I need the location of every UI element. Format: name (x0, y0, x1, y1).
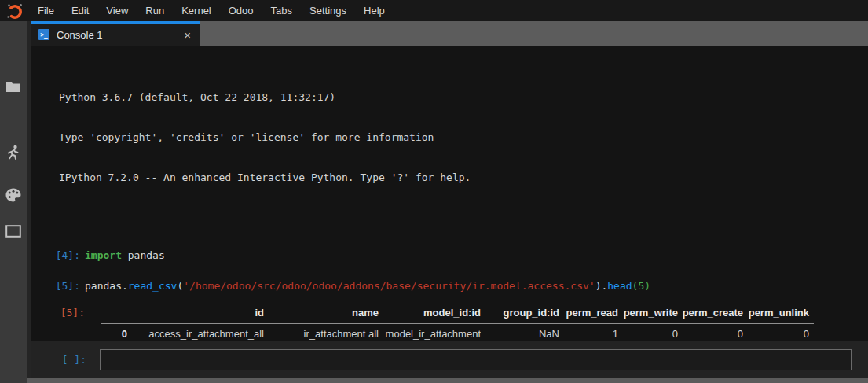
menu-bar: File Edit View Run Kernel Odoo Tabs Sett… (0, 0, 868, 21)
code-token: import (85, 249, 122, 261)
tab-close-icon[interactable]: × (174, 28, 200, 42)
empty-input-prompt: [ ]: (31, 354, 86, 366)
file-browser-icon[interactable] (0, 75, 27, 98)
menu-view[interactable]: View (97, 0, 137, 21)
code-token: pandas (122, 249, 165, 261)
jupyterlab-window: File Edit View Run Kernel Odoo Tabs Sett… (0, 0, 868, 383)
input-prompt: [5]: (31, 279, 85, 293)
output-prompt: [5]: (31, 303, 85, 323)
menu-file[interactable]: File (29, 0, 63, 21)
column-header: group_id:id (481, 303, 559, 323)
banner-line: Type 'copyright', 'credits' or 'license'… (59, 131, 868, 144)
dock-tab-bar: >_ Console 1 × (31, 21, 868, 46)
code-token: '/home/odoo/src/odoo/odoo/addons/base/se… (183, 280, 595, 292)
menu-edit[interactable]: Edit (63, 0, 97, 21)
table-row: 0access_ir_attachment_allir_attachment a… (101, 323, 814, 341)
menu-help[interactable]: Help (355, 0, 394, 21)
code-line: import pandas (85, 249, 165, 262)
code-token: head (607, 280, 632, 292)
code-cell-5: [5]: pandas.read_csv('/home/odoo/src/odo… (31, 279, 868, 293)
code-token: ). (595, 280, 608, 292)
console-input-cell: [ ]: (31, 341, 868, 378)
app-logo-icon (5, 2, 24, 20)
running-sessions-icon[interactable] (0, 141, 27, 164)
column-header: perm_unlink (743, 303, 814, 323)
table-cell: ir_attachment all (264, 323, 379, 341)
table-cell: access_ir_attachment_all (127, 323, 264, 341)
column-header: id (127, 303, 264, 323)
open-tabs-icon[interactable] (0, 219, 27, 243)
tab-console-1[interactable]: >_ Console 1 × (31, 21, 200, 46)
command-palette-icon[interactable] (0, 183, 27, 207)
menu-settings[interactable]: Settings (301, 0, 355, 21)
table-cell: 0 (618, 323, 678, 341)
console-input[interactable] (101, 354, 851, 366)
menu-odoo[interactable]: Odoo (220, 0, 262, 21)
row-index: 0 (101, 323, 127, 341)
column-header: model_id:id (379, 303, 481, 323)
output-area: [5]: idnamemodel_id:idgroup_id:idperm_re… (31, 303, 868, 341)
column-header: name (264, 303, 379, 323)
input-prompt: [4]: (31, 249, 85, 262)
table-cell: 1 (559, 323, 618, 341)
column-header: perm_create (678, 303, 743, 323)
table-cell: 0 (743, 323, 814, 341)
tab-title: Console 1 (57, 29, 174, 41)
input-box[interactable] (100, 349, 852, 370)
table-cell: 0 (678, 323, 743, 341)
code-token: (5) (632, 280, 650, 292)
menu-tabs[interactable]: Tabs (262, 0, 301, 21)
code-line: pandas.read_csv('/home/odoo/src/odoo/odo… (85, 279, 650, 293)
banner-line: Python 3.6.7 (default, Oct 22 2018, 11:3… (59, 90, 868, 104)
dataframe-table: idnamemodel_id:idgroup_id:idperm_readper… (101, 303, 814, 341)
column-header: perm_write (618, 303, 678, 323)
console-history: Python 3.6.7 (default, Oct 22 2018, 11:3… (31, 46, 868, 341)
table-header-row: idnamemodel_id:idgroup_id:idperm_readper… (101, 303, 814, 323)
column-header (101, 303, 127, 323)
console-icon: >_ (38, 29, 49, 40)
banner-line: IPython 7.2.0 -- An enhanced Interactive… (59, 171, 868, 184)
column-header: perm_read (559, 303, 618, 323)
menu-run[interactable]: Run (137, 0, 173, 21)
kernel-banner: Python 3.6.7 (default, Oct 22 2018, 11:3… (59, 64, 868, 211)
code-token: pandas. (85, 280, 128, 292)
bottom-edge (27, 378, 868, 383)
code-token: read_csv (128, 280, 178, 292)
menu-kernel[interactable]: Kernel (173, 0, 220, 21)
console-panel: Python 3.6.7 (default, Oct 22 2018, 11:3… (31, 46, 868, 378)
left-sidebar (0, 21, 31, 383)
table-cell: NaN (481, 323, 559, 341)
code-cell-4: [4]: import pandas (31, 249, 868, 262)
table-cell: model_ir_attachment (379, 323, 481, 341)
